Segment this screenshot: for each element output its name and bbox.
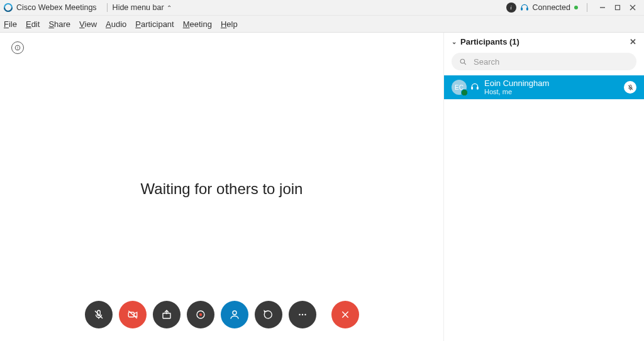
- svg-line-28: [464, 63, 466, 65]
- svg-point-20: [199, 313, 202, 317]
- avatar: EC: [452, 80, 467, 95]
- record-button[interactable]: [187, 301, 214, 328]
- participants-button[interactable]: [221, 301, 248, 328]
- chevron-up-icon: ⌃: [167, 4, 172, 11]
- svg-point-27: [460, 59, 465, 63]
- main-body: Waiting for others to join: [0, 33, 644, 341]
- participant-text: Eoin Cunningham Host, me: [484, 79, 549, 95]
- menu-bar: File Edit Share View Audio Participant M…: [0, 16, 644, 33]
- presence-dot-icon: [461, 89, 468, 96]
- participant-subtitle: Host, me: [484, 88, 549, 95]
- svg-point-23: [301, 314, 303, 315]
- menu-participant[interactable]: Participant: [135, 19, 174, 29]
- menu-help[interactable]: Help: [221, 19, 238, 29]
- menu-share[interactable]: Share: [48, 19, 70, 29]
- svg-point-24: [304, 314, 306, 315]
- window-close-button[interactable]: [625, 3, 640, 13]
- meeting-info-button[interactable]: [11, 41, 24, 54]
- svg-rect-29: [472, 87, 473, 89]
- title-divider-2: [587, 3, 587, 12]
- headset-icon: [470, 82, 479, 93]
- chat-button[interactable]: [255, 301, 282, 328]
- menu-file[interactable]: File: [4, 19, 17, 29]
- menu-meeting[interactable]: Meeting: [183, 19, 212, 29]
- mute-button[interactable]: [85, 301, 113, 328]
- waiting-label: Waiting for others to join: [0, 180, 443, 198]
- meeting-controls: [0, 301, 443, 328]
- window-maximize-button[interactable]: [610, 3, 625, 13]
- connection-dot-icon: [574, 6, 578, 9]
- participant-mute-icon[interactable]: [624, 81, 636, 94]
- hide-menu-button[interactable]: Hide menu bar ⌃: [113, 3, 172, 12]
- participant-name: Eoin Cunningham: [484, 79, 549, 88]
- menu-view[interactable]: View: [79, 19, 97, 29]
- search-icon: [459, 58, 467, 66]
- hide-menu-label: Hide menu bar: [113, 3, 164, 12]
- close-panel-button[interactable]: ✕: [630, 37, 636, 46]
- end-meeting-button[interactable]: [331, 301, 359, 328]
- title-bar: Cisco Webex Meetings Hide menu bar ⌃ i C…: [0, 0, 644, 16]
- svg-rect-2: [521, 8, 522, 10]
- participant-row[interactable]: EC Eoin Cunningham Host, me: [444, 75, 644, 99]
- svg-rect-30: [477, 87, 479, 89]
- share-button[interactable]: [153, 301, 180, 328]
- video-area: Waiting for others to join: [0, 33, 443, 341]
- participants-title: Participants (1): [460, 37, 519, 46]
- participants-panel: ⌄ Participants (1) ✕ EC Eoin Cunningham …: [443, 33, 644, 341]
- app-title: Cisco Webex Meetings: [16, 3, 97, 12]
- participant-search-input[interactable]: [472, 57, 601, 67]
- participants-header: ⌄ Participants (1) ✕: [444, 33, 644, 50]
- more-options-button[interactable]: [289, 301, 316, 328]
- stop-video-button[interactable]: [119, 301, 147, 328]
- menu-audio[interactable]: Audio: [106, 19, 126, 29]
- svg-rect-3: [526, 8, 528, 10]
- headset-icon[interactable]: [520, 3, 529, 12]
- participant-search[interactable]: [452, 53, 636, 70]
- chevron-down-icon[interactable]: ⌄: [452, 38, 457, 45]
- window-minimize-button[interactable]: [595, 3, 610, 13]
- svg-point-22: [299, 314, 300, 315]
- title-divider: [107, 3, 108, 12]
- svg-point-21: [233, 311, 236, 315]
- connection-label: Connected: [533, 3, 570, 12]
- connection-status: Connected: [533, 3, 578, 12]
- menu-edit[interactable]: Edit: [26, 19, 40, 29]
- svg-rect-5: [616, 6, 620, 10]
- info-badge-icon[interactable]: i: [506, 3, 516, 13]
- webex-logo-icon: [4, 3, 13, 12]
